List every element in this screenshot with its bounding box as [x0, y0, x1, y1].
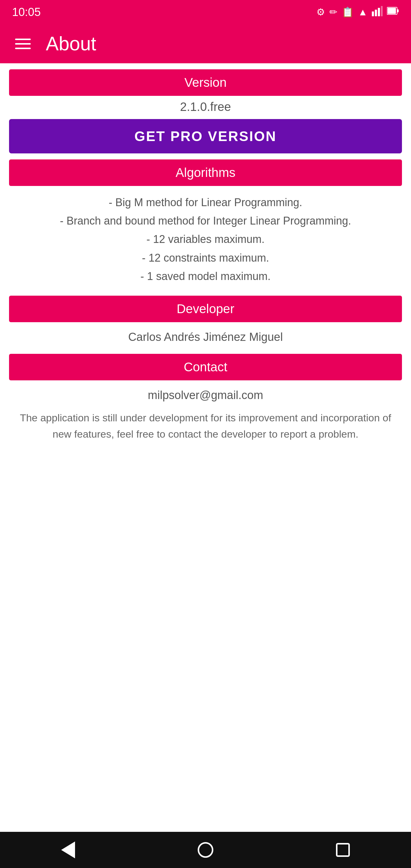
back-button[interactable]: [52, 837, 84, 863]
get-pro-button[interactable]: GET PRO VERSION: [9, 119, 402, 153]
home-button[interactable]: [189, 838, 222, 862]
bottom-nav: [0, 832, 411, 868]
menu-button[interactable]: [12, 36, 34, 52]
settings-icon: ⚙: [316, 6, 325, 18]
svg-rect-2: [378, 8, 380, 16]
content-area: Version 2.1.0.free GET PRO VERSION Algor…: [0, 63, 411, 832]
algorithms-header: Algorithms: [9, 159, 402, 186]
status-icons: ⚙ ✏ 📋 ▲: [316, 5, 399, 19]
wifi-icon: ▲: [358, 7, 368, 18]
developer-name: Carlos Andrés Jiménez Miguel: [9, 327, 402, 348]
contact-header: Contact: [9, 354, 402, 380]
algo-line-4: - 12 constraints maximum.: [12, 249, 399, 267]
edit-icon: ✏: [329, 6, 338, 18]
svg-rect-6: [397, 9, 399, 12]
algo-line-2: - Branch and bound method for Integer Li…: [12, 212, 399, 230]
version-header: Version: [9, 69, 402, 96]
battery-icon: [387, 6, 399, 18]
contact-email: milpsolver@gmail.com: [9, 384, 402, 406]
recents-button[interactable]: [327, 839, 359, 861]
svg-rect-5: [387, 8, 396, 14]
svg-rect-3: [381, 6, 383, 16]
contact-header-text: Contact: [184, 360, 227, 374]
page-title: About: [46, 33, 96, 55]
algorithms-header-text: Algorithms: [176, 165, 235, 180]
algo-line-5: - 1 saved model maximum.: [12, 267, 399, 285]
algo-line-3: - 12 variables maximum.: [12, 230, 399, 248]
algorithms-content: - Big M method for Linear Programming. -…: [9, 190, 402, 290]
developer-header-text: Developer: [177, 302, 234, 316]
version-header-text: Version: [184, 75, 227, 90]
top-bar: About: [0, 24, 411, 63]
home-icon: [198, 842, 213, 858]
get-pro-label: GET PRO VERSION: [134, 128, 277, 144]
menu-line-2: [15, 43, 31, 44]
version-value: 2.1.0.free: [9, 100, 402, 114]
contact-note: The application is still under developme…: [9, 406, 402, 442]
status-time: 10:05: [12, 6, 41, 19]
signal-icon: [372, 5, 383, 19]
recents-icon: [336, 843, 350, 857]
menu-line-1: [15, 38, 31, 40]
menu-line-3: [15, 48, 31, 49]
sim-icon: 📋: [342, 6, 354, 18]
status-bar: 10:05 ⚙ ✏ 📋 ▲: [0, 0, 411, 24]
developer-header: Developer: [9, 296, 402, 322]
svg-rect-0: [372, 11, 374, 16]
algo-line-1: - Big M method for Linear Programming.: [12, 193, 399, 212]
back-icon: [61, 841, 75, 858]
svg-rect-1: [375, 10, 377, 16]
